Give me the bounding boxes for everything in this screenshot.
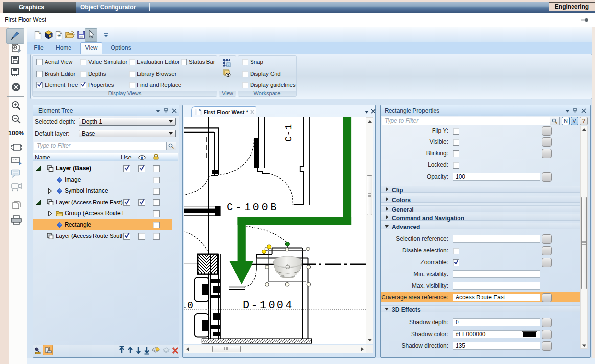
svg-text:✳: ✳ [57, 33, 61, 38]
svg-text:C-1: C-1 [283, 124, 294, 142]
svg-text:C-100B: C-100B [227, 202, 277, 214]
